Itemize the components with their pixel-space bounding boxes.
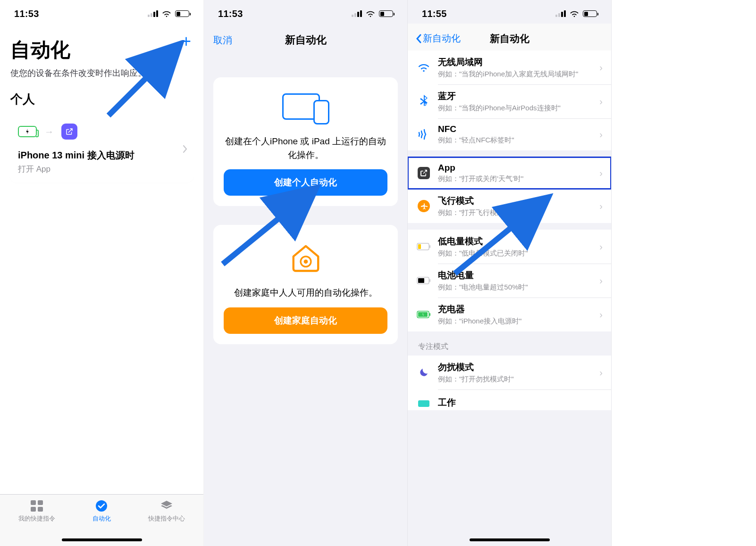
clock-check-icon [94, 499, 109, 513]
chevron-left-icon [415, 33, 422, 44]
create-personal-automation-button[interactable]: 创建个人自动化 [224, 169, 387, 196]
personal-desc: 创建在个人iPhone 或 iPad 上运行的自动化操作。 [224, 135, 387, 162]
devices-icon [282, 93, 329, 123]
chevron-right-icon: › [599, 309, 603, 320]
row-subtitle: 例如："打开或关闭'天气'时" [438, 174, 599, 183]
tab-label: 快捷指令中心 [148, 514, 185, 523]
card-icons: → [18, 124, 185, 140]
row-title: 无线局域网 [438, 56, 599, 68]
chevron-right-icon [183, 145, 187, 153]
tab-automation[interactable]: 自动化 [92, 499, 111, 523]
row-battery-level[interactable]: 电池电量例如："电池电量超过50%时" › [408, 264, 611, 298]
charging-icon [18, 126, 37, 137]
screen-new-automation-triggers: 11:55 新自动化 新自动化 无线局域网例如："当我的iPhone加入家庭无线… [408, 0, 612, 546]
chevron-right-icon: › [599, 168, 603, 179]
svg-rect-3 [38, 507, 43, 512]
cellular-icon [555, 10, 566, 17]
home-icon [289, 267, 322, 275]
row-title: 工作 [438, 397, 603, 409]
svg-rect-1 [38, 500, 43, 505]
screen-new-automation-type: 11:53 取消 新自动化 创建在个人iPhone 或 iPad 上运行的自动化… [204, 0, 408, 546]
focus-section-header: 专注模式 [408, 331, 611, 356]
row-subtitle: 例如："打开勿扰模式时" [438, 375, 599, 384]
wifi-icon [569, 10, 580, 17]
trigger-group-connectivity: 无线局域网例如："当我的iPhone加入家庭无线局域网时" › 蓝牙例如："当我… [408, 50, 611, 150]
row-title: App [438, 163, 599, 173]
create-home-automation-button[interactable]: 创建家庭自动化 [224, 307, 387, 334]
add-automation-button[interactable]: + [181, 33, 191, 50]
home-desc: 创建家庭中人人可用的自动化操作。 [224, 286, 387, 300]
battery-icon [379, 10, 393, 17]
nav-bar: 新自动化 新自动化 [408, 24, 611, 50]
layers-icon [160, 499, 174, 513]
status-bar: 11:55 [408, 0, 611, 24]
svg-rect-12 [429, 245, 430, 248]
card-subtitle: 打开 App [18, 164, 185, 174]
wifi-icon [416, 62, 431, 73]
row-title: 低电量模式 [438, 235, 599, 248]
row-subtitle: 例如："当我的iPhone加入家庭无线局域网时" [438, 70, 599, 79]
automation-card[interactable]: → iPhone 13 mini 接入电源时 打开 App [9, 115, 194, 183]
grid-icon [30, 499, 44, 513]
tab-label: 我的快捷指令 [18, 514, 55, 523]
svg-point-4 [96, 500, 107, 512]
home-indicator[interactable] [470, 538, 550, 541]
row-title: 蓝牙 [438, 90, 599, 102]
arrow-icon: → [44, 126, 54, 137]
nfc-icon [416, 129, 431, 140]
chevron-right-icon: › [599, 129, 603, 140]
status-indicators [148, 10, 189, 17]
tab-my-shortcuts[interactable]: 我的快捷指令 [18, 499, 55, 523]
svg-rect-15 [429, 279, 430, 282]
screen-automation-list: 11:53 + 自动化 使您的设备在条件改变时作出响应。 个人 → iPhone… [0, 0, 204, 546]
row-title: 电池电量 [438, 269, 599, 281]
row-charger[interactable]: 充电器例如："iPhone接入电源时" › [408, 298, 611, 331]
moon-icon [416, 367, 431, 378]
status-bar: 11:53 [204, 0, 407, 24]
row-low-power[interactable]: 低电量模式例如："低电量模式已关闭时" › [408, 230, 611, 264]
row-title: 充电器 [438, 303, 599, 315]
chevron-right-icon: › [599, 96, 603, 107]
section-personal: 个人 [10, 91, 193, 108]
card-title: iPhone 13 mini 接入电源时 [18, 149, 185, 162]
row-airplane-mode[interactable]: 飞行模式例如："打开飞行模式时" › [408, 189, 611, 223]
status-time: 11:53 [218, 8, 243, 19]
row-do-not-disturb[interactable]: 勿扰模式例如："打开勿扰模式时" › [408, 356, 611, 389]
trigger-group-battery: 低电量模式例如："低电量模式已关闭时" › 电池电量例如："电池电量超过50%时… [408, 230, 611, 331]
charger-icon [416, 311, 431, 318]
row-title: 勿扰模式 [438, 361, 599, 373]
row-bluetooth[interactable]: 蓝牙例如："当我的iPhone与AirPods连接时" › [408, 84, 611, 118]
personal-automation-card: 创建在个人iPhone 或 iPad 上运行的自动化操作。 创建个人自动化 [213, 77, 398, 206]
row-subtitle: 例如："当我的iPhone与AirPods连接时" [438, 104, 599, 113]
status-indicators [555, 10, 597, 17]
svg-rect-18 [429, 313, 430, 316]
airplane-icon [416, 200, 431, 212]
wifi-icon [365, 10, 376, 17]
chevron-right-icon: › [599, 62, 603, 73]
row-work[interactable]: 工作 [408, 389, 611, 410]
modal-header: 取消 新自动化 [204, 24, 407, 54]
row-wifi[interactable]: 无线局域网例如："当我的iPhone加入家庭无线局域网时" › [408, 50, 611, 84]
row-app[interactable]: App例如："打开或关闭'天气'时" › [408, 157, 611, 189]
row-nfc[interactable]: NFC例如："轻点NFC标签时" › [408, 118, 611, 150]
row-subtitle: 例如："iPhone接入电源时" [438, 317, 599, 326]
battery-level-icon [416, 277, 431, 284]
page-header: 自动化 使您的设备在条件改变时作出响应。 个人 [0, 24, 203, 108]
open-app-icon [61, 124, 77, 140]
tab-gallery[interactable]: 快捷指令中心 [148, 499, 185, 523]
cancel-button[interactable]: 取消 [213, 34, 232, 47]
bluetooth-icon [416, 95, 431, 108]
status-time: 11:53 [14, 8, 39, 19]
trigger-group-focus: 勿扰模式例如："打开勿扰模式时" › 工作 [408, 356, 611, 410]
home-indicator[interactable] [62, 538, 142, 541]
row-title: NFC [438, 124, 599, 134]
back-button[interactable]: 新自动化 [415, 32, 461, 45]
svg-point-7 [303, 259, 308, 264]
app-icon [416, 167, 431, 179]
cellular-icon [352, 10, 362, 17]
trigger-group-app: App例如："打开或关闭'天气'时" › 飞行模式例如："打开飞行模式时" › [408, 157, 611, 223]
svg-rect-0 [31, 500, 36, 505]
row-subtitle: 例如："低电量模式已关闭时" [438, 249, 599, 258]
row-title: 飞行模式 [438, 195, 599, 207]
tab-label: 自动化 [92, 514, 111, 523]
